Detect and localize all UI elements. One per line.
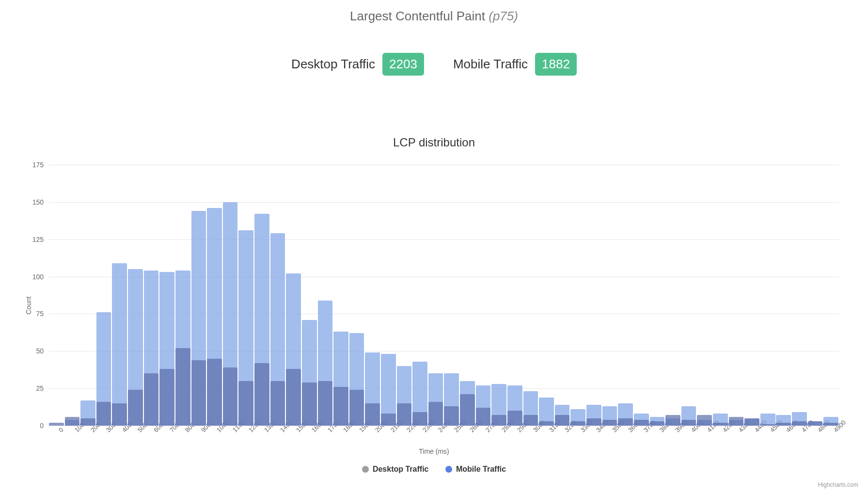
bar-desktop[interactable] xyxy=(586,418,601,426)
bar-slot: 4500 xyxy=(760,165,776,426)
bar-slot: 4700 xyxy=(791,165,807,426)
legend-swatch-desktop xyxy=(362,466,369,473)
bar-desktop[interactable] xyxy=(539,421,554,426)
bar-slot: 500 xyxy=(127,165,143,426)
bar-desktop[interactable] xyxy=(80,418,95,426)
bar-desktop[interactable] xyxy=(349,390,364,426)
chart-legend: Desktop Traffic Mobile Traffic xyxy=(0,465,868,475)
bar-slot: 1500 xyxy=(285,165,301,426)
bar-desktop[interactable] xyxy=(634,420,649,426)
metric-mobile: Mobile Traffic 1882 xyxy=(453,53,577,76)
bar-desktop[interactable] xyxy=(412,412,427,426)
bar-desktop[interactable] xyxy=(302,382,317,426)
bar-desktop[interactable] xyxy=(665,415,680,426)
bar-desktop[interactable] xyxy=(570,421,585,426)
bar-slot: 2700 xyxy=(475,165,491,426)
metric-mobile-value: 1882 xyxy=(535,53,577,76)
bar-desktop[interactable] xyxy=(49,423,64,426)
bar-desktop[interactable] xyxy=(555,415,570,426)
bar-slot: 1000 xyxy=(206,165,222,426)
bar-slot: 2800 xyxy=(491,165,507,426)
bar-desktop[interactable] xyxy=(491,415,506,426)
legend-item-mobile[interactable]: Mobile Traffic xyxy=(445,465,506,474)
bar-slot: 2500 xyxy=(444,165,460,426)
bar-desktop[interactable] xyxy=(602,420,617,426)
bar-slot: 3200 xyxy=(554,165,570,426)
bar-desktop[interactable] xyxy=(729,417,744,426)
bar-slot: 0 xyxy=(48,165,64,426)
bar-slot: 1400 xyxy=(270,165,286,426)
bar-desktop[interactable] xyxy=(175,348,190,426)
bar-desktop[interactable] xyxy=(254,363,269,426)
bar-desktop[interactable] xyxy=(744,418,759,426)
bar-desktop[interactable] xyxy=(128,390,143,426)
bar-desktop[interactable] xyxy=(618,418,633,426)
gridline xyxy=(48,202,839,203)
bar-desktop[interactable] xyxy=(191,360,206,426)
bar-desktop[interactable] xyxy=(318,381,333,426)
gridline xyxy=(48,426,839,426)
bar-desktop[interactable] xyxy=(697,415,712,426)
bar-slot: 1600 xyxy=(301,165,317,426)
bar-desktop[interactable] xyxy=(270,381,285,426)
bar-desktop[interactable] xyxy=(286,369,301,426)
bar-slot: 3700 xyxy=(633,165,649,426)
bar-slot: 4600 xyxy=(776,165,792,426)
bar-desktop[interactable] xyxy=(808,421,823,426)
bar-desktop[interactable] xyxy=(444,406,459,426)
bar-slot: 900 xyxy=(191,165,207,426)
bar-desktop[interactable] xyxy=(460,394,475,426)
bar-desktop[interactable] xyxy=(823,423,838,426)
bar-slot: 2900 xyxy=(507,165,523,426)
bar-desktop[interactable] xyxy=(144,373,159,426)
bar-slot: 1200 xyxy=(238,165,254,426)
bar-desktop[interactable] xyxy=(381,414,396,426)
bar-slot: 3900 xyxy=(665,165,681,426)
bar-slot: 2100 xyxy=(380,165,396,426)
bar-desktop[interactable] xyxy=(523,415,538,426)
bar-desktop[interactable] xyxy=(112,403,127,426)
bar-slot: 1900 xyxy=(349,165,365,426)
bar-mobile[interactable] xyxy=(112,263,127,426)
bar-desktop[interactable] xyxy=(207,359,222,426)
bar-slot: 4200 xyxy=(712,165,728,426)
bar-desktop[interactable] xyxy=(365,403,380,426)
bar-desktop[interactable] xyxy=(713,423,728,426)
bar-slot: 800 xyxy=(175,165,191,426)
bar-desktop[interactable] xyxy=(507,411,522,426)
y-tick: 50 xyxy=(24,347,44,355)
bar-desktop[interactable] xyxy=(333,387,348,426)
bar-desktop[interactable] xyxy=(159,369,174,426)
bar-desktop[interactable] xyxy=(792,421,807,426)
bar-slot: 1800 xyxy=(333,165,349,426)
bar-desktop[interactable] xyxy=(65,417,80,426)
bar-slot: 300 xyxy=(96,165,112,426)
x-axis-label: Time (ms) xyxy=(0,447,868,455)
legend-label-mobile: Mobile Traffic xyxy=(456,465,506,474)
bar-desktop[interactable] xyxy=(397,403,412,426)
chart-plot-area[interactable]: 0100200300400500600700800900100011001200… xyxy=(48,165,839,426)
bar-desktop[interactable] xyxy=(760,424,775,426)
bar-slot: 3400 xyxy=(586,165,602,426)
chart-container: LCP distribution Count 01002003004005006… xyxy=(0,116,868,494)
bar-desktop[interactable] xyxy=(223,367,238,426)
bar-desktop[interactable] xyxy=(476,408,491,426)
y-tick: 125 xyxy=(24,236,44,243)
legend-swatch-mobile xyxy=(445,466,452,473)
bar-desktop[interactable] xyxy=(428,402,443,426)
bar-desktop[interactable] xyxy=(238,381,253,426)
bar-slot: 3300 xyxy=(570,165,586,426)
y-tick: 25 xyxy=(24,384,44,392)
bar-desktop[interactable] xyxy=(96,402,111,426)
bar-slot: 700 xyxy=(159,165,175,426)
bar-slot: 400 xyxy=(111,165,127,426)
y-tick: 0 xyxy=(24,422,44,430)
bar-desktop[interactable] xyxy=(681,420,696,426)
legend-item-desktop[interactable]: Desktop Traffic xyxy=(362,465,429,474)
page-title: Largest Contentful Paint (p75) xyxy=(0,9,868,24)
bar-slot: 1300 xyxy=(254,165,270,426)
chart-credits[interactable]: Highcharts.com xyxy=(818,481,858,488)
bar-slot: 4000 xyxy=(681,165,697,426)
bar-desktop[interactable] xyxy=(776,423,791,426)
bar-desktop[interactable] xyxy=(650,421,665,426)
